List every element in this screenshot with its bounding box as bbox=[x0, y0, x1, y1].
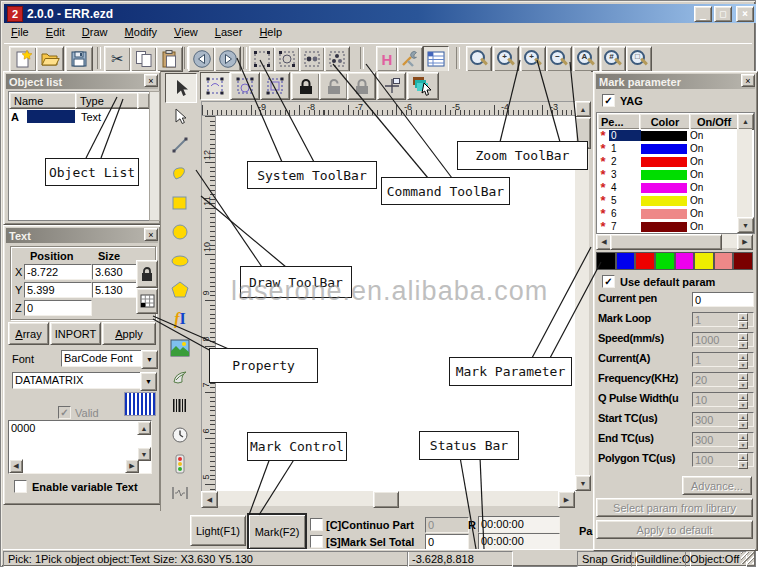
save-file-button[interactable] bbox=[65, 46, 93, 72]
palette-swatch[interactable] bbox=[635, 252, 655, 270]
origin-button[interactable] bbox=[377, 72, 406, 100]
scroll-left-icon[interactable]: ◀ bbox=[201, 491, 218, 508]
column-header-name[interactable]: Name bbox=[9, 92, 81, 109]
menu-laser[interactable]: Laser bbox=[208, 24, 250, 40]
palette-swatch[interactable] bbox=[733, 252, 753, 270]
select-tool-button[interactable] bbox=[165, 73, 197, 103]
object-list-close-icon[interactable]: × bbox=[144, 74, 158, 87]
pen-row-6[interactable]: *6On bbox=[597, 207, 737, 220]
yag-checkbox[interactable]: ✓ bbox=[602, 94, 615, 107]
text-panel-caption[interactable]: Text bbox=[6, 228, 158, 243]
menu-help[interactable]: Help bbox=[252, 24, 289, 40]
object-list-table[interactable]: Name Type A Text bbox=[8, 91, 150, 221]
mark-parameter-caption[interactable]: Mark parameter bbox=[596, 74, 755, 89]
zoom-select-button[interactable] bbox=[466, 46, 492, 72]
current-pen-field[interactable]: 0 bbox=[692, 292, 754, 307]
mark-sel-checkbox[interactable] bbox=[310, 535, 323, 548]
y-size-field[interactable]: 5.130 bbox=[92, 282, 140, 298]
zoom-out-button[interactable]: − bbox=[546, 46, 572, 72]
enable-variable-checkbox[interactable] bbox=[14, 480, 27, 493]
object-handles-button-2[interactable] bbox=[274, 46, 300, 72]
spinner-icon[interactable]: ▲▼ bbox=[738, 413, 748, 428]
pen-h-thumb[interactable] bbox=[610, 234, 722, 250]
palette-swatch[interactable] bbox=[694, 252, 714, 270]
mark-button[interactable]: Mark(F2) bbox=[247, 513, 307, 549]
pen-row-4[interactable]: *4On bbox=[597, 181, 737, 194]
palette-swatch[interactable] bbox=[714, 252, 734, 270]
resize-grip-icon[interactable] bbox=[741, 552, 754, 564]
content-scroll-up-icon[interactable]: ▲ bbox=[137, 421, 151, 435]
text-content-area[interactable]: 0000 ▲ ▼ ◀ ▶ bbox=[8, 420, 152, 474]
bitmap-tool-button[interactable] bbox=[165, 334, 195, 362]
scroll-down-icon[interactable]: ▼ bbox=[575, 475, 591, 491]
ellipse-tool-button[interactable] bbox=[165, 247, 195, 275]
show-list-toggle-button[interactable] bbox=[423, 46, 449, 72]
new-file-button[interactable] bbox=[9, 46, 37, 72]
object-handles-button-4[interactable] bbox=[324, 46, 350, 72]
object-handles-button-1[interactable] bbox=[249, 46, 275, 72]
inport-button[interactable]: INPORT bbox=[50, 322, 101, 345]
use-default-checkbox[interactable]: ✓ bbox=[602, 275, 615, 288]
zoom-in-button[interactable]: + bbox=[520, 46, 546, 72]
total-count-field[interactable]: 0 bbox=[425, 534, 469, 549]
array-button[interactable]: Array bbox=[8, 322, 49, 345]
undo-button[interactable] bbox=[188, 46, 215, 72]
pen-scroll-up-icon[interactable]: ▲ bbox=[737, 113, 754, 130]
lock-all-button[interactable] bbox=[347, 72, 376, 100]
h-scroll-thumb[interactable] bbox=[373, 491, 399, 508]
font-combobox[interactable]: BarCode Font bbox=[61, 350, 146, 367]
object-list-scrollbar[interactable] bbox=[149, 91, 160, 221]
spinner-icon[interactable]: ▲▼ bbox=[738, 373, 748, 388]
spinner-icon[interactable]: ▲▼ bbox=[738, 453, 748, 468]
pen-row-7[interactable]: *7On bbox=[597, 220, 737, 233]
pen-row-2[interactable]: *2On bbox=[597, 155, 737, 168]
content-scroll-right-icon[interactable]: ▶ bbox=[125, 459, 139, 473]
valid-checkbox[interactable]: ✓ bbox=[58, 406, 71, 419]
delay-tool-button[interactable] bbox=[165, 421, 195, 449]
pick-scale-button[interactable] bbox=[260, 72, 290, 100]
content-scroll-down-icon[interactable]: ▼ bbox=[137, 447, 151, 461]
pen-row-1[interactable]: *1On bbox=[597, 142, 737, 155]
palette-swatch[interactable] bbox=[616, 252, 636, 270]
z-position-field[interactable]: 0 bbox=[24, 300, 92, 316]
onoff-column-header[interactable]: On/Off bbox=[689, 113, 739, 130]
object-list-caption[interactable]: Object list bbox=[6, 74, 158, 89]
paste-button[interactable] bbox=[156, 46, 183, 72]
line-tool-button[interactable] bbox=[165, 131, 195, 159]
continuo-checkbox[interactable] bbox=[310, 518, 323, 531]
hatch-button[interactable]: H bbox=[376, 46, 398, 72]
x-size-field[interactable]: 3.630 bbox=[92, 264, 140, 280]
minimize-button[interactable]: _ bbox=[694, 6, 712, 22]
apply-button[interactable]: Apply bbox=[102, 322, 156, 345]
rectangle-tool-button[interactable] bbox=[165, 189, 195, 217]
pen-row-5[interactable]: *5On bbox=[597, 194, 737, 207]
maximize-button[interactable]: □ bbox=[714, 6, 732, 22]
advance-button[interactable]: Advance... bbox=[682, 476, 752, 495]
pen-scroll-down-icon[interactable]: ▼ bbox=[737, 217, 754, 233]
menu-file[interactable]: File bbox=[4, 24, 36, 40]
object-row-name[interactable]: A bbox=[11, 111, 25, 124]
redo-button[interactable] bbox=[214, 46, 241, 72]
column-header-type[interactable]: Type bbox=[75, 92, 143, 109]
canvas-h-scrollbar[interactable]: ◀ ▶ bbox=[201, 491, 575, 506]
node-edit-tool-button[interactable] bbox=[165, 102, 195, 130]
object-row-type[interactable]: Text bbox=[81, 111, 131, 124]
barcode-type-dropdown-icon[interactable]: ▼ bbox=[140, 372, 157, 391]
font-dropdown-icon[interactable]: ▼ bbox=[141, 350, 158, 369]
unlock-button[interactable] bbox=[319, 72, 348, 100]
pick-object-button[interactable] bbox=[200, 72, 230, 100]
pen-row-3[interactable]: *3On bbox=[597, 168, 737, 181]
scroll-right-icon[interactable]: ▶ bbox=[558, 491, 575, 508]
content-scroll-left-icon[interactable]: ◀ bbox=[9, 459, 23, 473]
pick-rotate-button[interactable] bbox=[230, 72, 260, 100]
pen-h-scrollbar[interactable]: ◀ ▶ bbox=[596, 234, 753, 248]
scroll-up-icon[interactable]: ▲ bbox=[575, 101, 591, 117]
aspect-lock-button[interactable] bbox=[136, 260, 158, 288]
zoom-move-button[interactable]: + bbox=[493, 46, 519, 72]
spacing-tool-button[interactable] bbox=[165, 479, 195, 507]
spinner-icon[interactable]: ▲▼ bbox=[738, 353, 748, 368]
zoom-all-button[interactable]: A bbox=[573, 46, 599, 72]
pen-scroll-track[interactable] bbox=[737, 129, 752, 217]
zoom-fill-button[interactable]: # bbox=[600, 46, 626, 72]
menu-edit[interactable]: Edit bbox=[39, 24, 72, 40]
